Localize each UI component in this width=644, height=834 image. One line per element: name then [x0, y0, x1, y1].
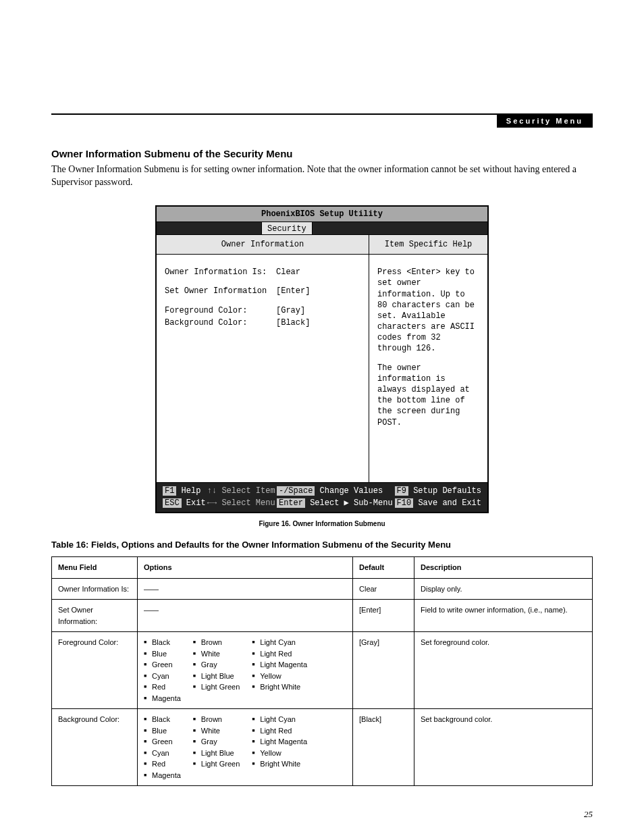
fields-table: Menu Field Options Default Description O… — [51, 556, 593, 786]
cell-options: BlackBlueGreenCyanRedMagentaBrownWhiteGr… — [138, 632, 353, 709]
table-header-row: Menu Field Options Default Description — [52, 557, 593, 579]
section-intro: The Owner Information Submenu is for set… — [51, 163, 593, 189]
option-item: Bright White — [252, 758, 307, 770]
option-item: Magenta — [144, 693, 181, 704]
option-item: White — [193, 648, 240, 660]
option-item: Light Cyan — [252, 714, 307, 725]
bios-setting-value: [Enter] — [276, 286, 360, 296]
cell-options: —— — [138, 600, 353, 632]
option-item: Red — [144, 681, 181, 693]
bios-menubar: Security — [157, 222, 487, 234]
bios-screenshot: PhoenixBIOS Setup Utility Security Owner… — [155, 205, 489, 513]
cell-default: [Black] — [353, 709, 414, 786]
cell-description: Set background color. — [414, 709, 593, 786]
cell-menu-field: Foreground Color: — [52, 632, 138, 709]
options-column: BrownWhiteGrayLight BlueLight Green — [193, 714, 240, 781]
bios-left-panel-body: Owner Information Is:ClearSet Owner Info… — [157, 255, 369, 456]
bios-help-para1: Press <Enter> key to set owner informati… — [377, 267, 479, 355]
option-item: Green — [144, 659, 181, 671]
option-item: Light Green — [193, 681, 240, 693]
cell-menu-field: Background Color: — [52, 709, 138, 786]
options-column: Light CyanLight RedLight MagentaYellowBr… — [252, 714, 307, 781]
option-item: Blue — [144, 648, 181, 660]
option-item: Yellow — [252, 671, 307, 682]
table-row: Foreground Color:BlackBlueGreenCyanRedMa… — [52, 632, 593, 709]
bios-setting-row: Set Owner Information[Enter] — [165, 286, 360, 296]
option-item: Light Red — [252, 648, 307, 660]
options-column: BlackBlueGreenCyanRedMagenta — [144, 637, 181, 704]
cell-default: Clear — [353, 578, 414, 600]
table-row: Background Color:BlackBlueGreenCyanRedMa… — [52, 709, 593, 786]
options-column: BrownWhiteGrayLight BlueLight Green — [193, 637, 240, 704]
cell-default: [Enter] — [353, 600, 414, 632]
cell-description: Set foreground color. — [414, 632, 593, 709]
bios-menubar-active: Security — [261, 222, 313, 234]
option-item: Light Green — [193, 758, 240, 770]
option-item: Yellow — [252, 748, 307, 759]
option-item: Light Blue — [193, 671, 240, 682]
options-column: BlackBlueGreenCyanRedMagenta — [144, 714, 181, 781]
option-item: Light Red — [252, 725, 307, 737]
page-number: 25 — [51, 809, 593, 820]
option-item: Bright White — [252, 681, 307, 693]
option-item: Red — [144, 758, 181, 770]
bios-title: PhoenixBIOS Setup Utility — [157, 207, 487, 222]
option-item: Light Magenta — [252, 659, 307, 671]
option-item: White — [193, 725, 240, 737]
bios-help-body: Press <Enter> key to set owner informati… — [369, 255, 487, 482]
option-item: Gray — [193, 659, 240, 671]
bios-setting-label: Background Color: — [165, 317, 276, 328]
option-item: Cyan — [144, 748, 181, 759]
option-item: Brown — [193, 637, 240, 648]
option-item: Brown — [193, 714, 240, 725]
table-title: Table 16: Fields, Options and Defaults f… — [51, 540, 593, 550]
option-item: Light Blue — [193, 748, 240, 759]
cell-options: —— — [138, 578, 353, 600]
bios-setting-value: [Gray] — [276, 305, 360, 316]
option-item: Green — [144, 736, 181, 748]
bios-setting-row: Background Color:[Black] — [165, 317, 360, 328]
cell-menu-field: Owner Information Is: — [52, 578, 138, 600]
cell-options: BlackBlueGreenCyanRedMagentaBrownWhiteGr… — [138, 709, 353, 786]
page-header-bar: Security Menu — [51, 113, 593, 128]
table-row: Owner Information Is:——ClearDisplay only… — [52, 578, 593, 600]
bios-setting-value: [Black] — [276, 317, 360, 328]
option-item: Gray — [193, 736, 240, 748]
bios-setting-label: Set Owner Information — [165, 286, 276, 296]
option-item: Magenta — [144, 770, 181, 781]
option-item: Black — [144, 637, 181, 648]
bios-right-panel-title: Item Specific Help — [369, 235, 487, 255]
option-item: Light Magenta — [252, 736, 307, 748]
figure-caption: Figure 16. Owner Information Submenu — [51, 520, 593, 527]
bios-setting-value: Clear — [276, 267, 360, 278]
bios-setting-row: Foreground Color:[Gray] — [165, 305, 360, 316]
bios-help-para2: The owner information is always displaye… — [377, 363, 479, 428]
option-item: Black — [144, 714, 181, 725]
cell-default: [Gray] — [353, 632, 414, 709]
cell-description: Display only. — [414, 578, 593, 600]
cell-menu-field: Set Owner Information: — [52, 600, 138, 632]
bios-footer: F1 Help ↑↓ Select Item -/Space Change Va… — [157, 483, 487, 512]
table-row: Set Owner Information:——[Enter]Field to … — [52, 600, 593, 632]
option-item: Blue — [144, 725, 181, 737]
section-title: Owner Information Submenu of the Securit… — [51, 148, 593, 159]
cell-description: Field to write owner information, (i.e.,… — [414, 600, 593, 632]
option-item: Cyan — [144, 671, 181, 682]
option-item: Light Cyan — [252, 637, 307, 648]
section-chip: Security Menu — [497, 115, 593, 128]
options-column: Light CyanLight RedLight MagentaYellowBr… — [252, 637, 307, 704]
bios-left-panel-title: Owner Information — [157, 235, 369, 255]
bios-setting-label: Owner Information Is: — [165, 267, 276, 278]
bios-setting-label: Foreground Color: — [165, 305, 276, 316]
bios-setting-row: Owner Information Is:Clear — [165, 267, 360, 278]
